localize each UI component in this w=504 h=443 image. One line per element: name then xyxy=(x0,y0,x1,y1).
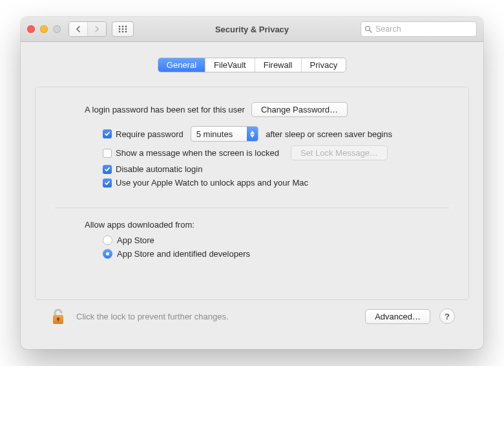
svg-point-1 xyxy=(122,26,124,28)
tab-firewall[interactable]: Firewall xyxy=(255,58,301,72)
show-message-label: Show a message when the screen is locked xyxy=(116,148,279,158)
chevron-right-icon xyxy=(94,26,100,32)
radio-identified-label: App Store and identified developers xyxy=(117,249,250,259)
svg-point-5 xyxy=(125,28,127,30)
tab-privacy[interactable]: Privacy xyxy=(301,58,346,72)
search-field-container xyxy=(361,21,477,37)
search-icon xyxy=(364,25,372,33)
svg-point-8 xyxy=(125,31,127,33)
help-button[interactable]: ? xyxy=(439,308,455,324)
disable-auto-login-checkbox[interactable] xyxy=(103,165,112,174)
lock-help-text: Click the lock to prevent further change… xyxy=(76,312,356,321)
nav-buttons xyxy=(68,21,107,37)
radio-app-store-label: App Store xyxy=(117,235,154,245)
minimize-window-button[interactable] xyxy=(40,25,48,33)
grid-icon xyxy=(118,25,127,33)
titlebar: Security & Privacy xyxy=(21,17,483,42)
allow-apps-heading: Allow apps downloaded from: xyxy=(85,220,443,230)
svg-line-10 xyxy=(370,30,372,32)
traffic-lights xyxy=(27,25,61,33)
require-password-delay-select[interactable]: 5 minutes xyxy=(191,126,258,142)
advanced-button[interactable]: Advanced… xyxy=(365,309,430,324)
stepper-icon xyxy=(247,127,258,141)
show-message-checkbox[interactable] xyxy=(103,149,112,158)
footer: Click the lock to prevent further change… xyxy=(35,300,469,339)
lock-icon[interactable] xyxy=(49,307,67,326)
after-sleep-text: after sleep or screen saver begins xyxy=(266,129,392,139)
window-title: Security & Privacy xyxy=(215,25,289,34)
preferences-window: Security & Privacy General FileVault Fir… xyxy=(21,17,483,349)
divider xyxy=(55,208,449,208)
general-panel: A login password has been set for this u… xyxy=(35,87,469,300)
svg-point-2 xyxy=(125,26,127,28)
tab-bar: General FileVault Firewall Privacy xyxy=(35,58,469,72)
tab-filevault[interactable]: FileVault xyxy=(205,58,255,72)
svg-point-0 xyxy=(119,26,121,28)
set-lock-message-button: Set Lock Message… xyxy=(291,146,388,160)
back-button[interactable] xyxy=(69,22,87,36)
forward-button[interactable] xyxy=(87,22,106,36)
require-password-checkbox[interactable] xyxy=(103,129,112,138)
radio-app-store[interactable] xyxy=(103,235,112,245)
svg-point-4 xyxy=(122,28,124,30)
show-all-button[interactable] xyxy=(112,21,134,37)
svg-point-9 xyxy=(366,27,370,31)
close-window-button[interactable] xyxy=(27,25,35,33)
login-password-text: A login password has been set for this u… xyxy=(85,105,245,114)
svg-rect-13 xyxy=(58,319,59,321)
search-input[interactable] xyxy=(361,21,477,37)
tab-general[interactable]: General xyxy=(158,58,205,72)
svg-point-6 xyxy=(119,31,121,33)
chevron-left-icon xyxy=(76,26,81,32)
change-password-button[interactable]: Change Password… xyxy=(251,102,348,117)
require-password-label: Require password xyxy=(116,129,184,139)
delay-select-value: 5 minutes xyxy=(191,129,247,139)
zoom-window-button[interactable] xyxy=(53,25,61,33)
apple-watch-checkbox[interactable] xyxy=(103,178,112,188)
svg-point-3 xyxy=(119,28,121,30)
svg-point-7 xyxy=(122,31,124,33)
content-area: General FileVault Firewall Privacy A log… xyxy=(21,42,483,349)
apple-watch-label: Use your Apple Watch to unlock apps and … xyxy=(116,178,308,188)
radio-identified-developers[interactable] xyxy=(103,249,112,259)
disable-auto-login-label: Disable automatic login xyxy=(116,164,202,174)
